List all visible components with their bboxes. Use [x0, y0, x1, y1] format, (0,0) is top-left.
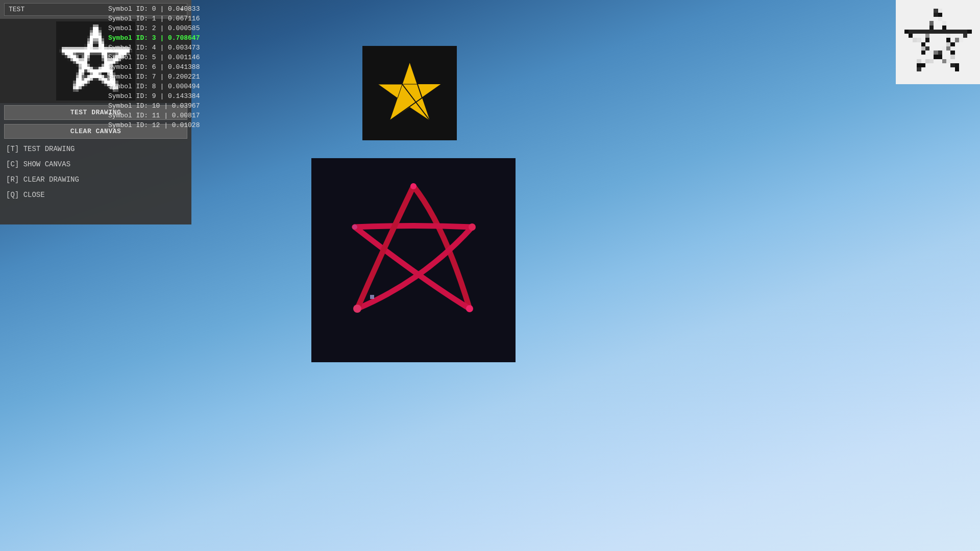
shortcut-label-t: TEST DRAWING: [23, 145, 75, 153]
shortcut-key-q: [Q]: [6, 191, 19, 199]
shortcut-key-t: [T]: [6, 145, 19, 153]
symbol-row-2: Symbol ID: 2 | 0.000585: [102, 23, 214, 33]
cursor-dot: [370, 295, 374, 299]
shortcut-label-c: SHOW CANVAS: [23, 160, 70, 168]
symbol-panel: Symbol ID: 0 | 0.040833Symbol ID: 1 | 0.…: [102, 0, 214, 134]
symbol-row-1: Symbol ID: 1 | 0.067116: [102, 14, 214, 23]
symbol-row-0: Symbol ID: 0 | 0.040833: [102, 4, 214, 14]
symbol-row-11: Symbol ID: 11 | 0.00817: [102, 111, 214, 120]
shortcut-label-r: CLEAR DRAWING: [23, 176, 79, 184]
symbol-row-10: Symbol ID: 10 | 0.03967: [102, 101, 214, 111]
shortcut-label-q: CLOSE: [23, 191, 45, 199]
star-dot-top: [410, 183, 416, 189]
shortcut-key-r: [R]: [6, 176, 19, 184]
shortcut-close: [Q] CLOSE: [6, 191, 185, 199]
star-dot-right: [469, 223, 476, 231]
symbol-row-9: Symbol ID: 9 | 0.143384: [102, 91, 214, 101]
top-right-pixel-canvas: [896, 0, 980, 84]
shortcut-show-canvas: [C] SHOW CANVAS: [6, 160, 185, 168]
star-dot-br: [466, 305, 473, 312]
symbol-row-8: Symbol ID: 8 | 0.000494: [102, 82, 214, 91]
symbol-row-6: Symbol ID: 6 | 0.041388: [102, 62, 214, 72]
drawing-svg: [311, 158, 516, 362]
symbol-row-4: Symbol ID: 4 | 0.003473: [102, 43, 214, 53]
shortcut-key-c: [C]: [6, 160, 19, 168]
symbol-row-12: Symbol ID: 12 | 0.01028: [102, 120, 214, 130]
shortcut-clear-drawing: [R] CLEAR DRAWING: [6, 176, 185, 184]
shortcut-test-drawing: [T] TEST DRAWING: [6, 145, 185, 153]
top-right-preview: [896, 0, 980, 84]
reference-image: [362, 46, 457, 140]
symbol-row-5: Symbol ID: 5 | 0.001146: [102, 53, 214, 62]
star-dot-left: [352, 224, 357, 230]
shortcuts-list: [T] TEST DRAWING [C] SHOW CANVAS [R] CLE…: [0, 141, 191, 203]
yellow-star-svg: [369, 53, 451, 134]
main-drawing-canvas[interactable]: [311, 158, 516, 362]
star-dot-bl: [353, 305, 361, 313]
symbol-row-7: Symbol ID: 7 | 0.200221: [102, 72, 214, 82]
symbol-row-3: Symbol ID: 3 | 0.708647: [102, 33, 214, 43]
